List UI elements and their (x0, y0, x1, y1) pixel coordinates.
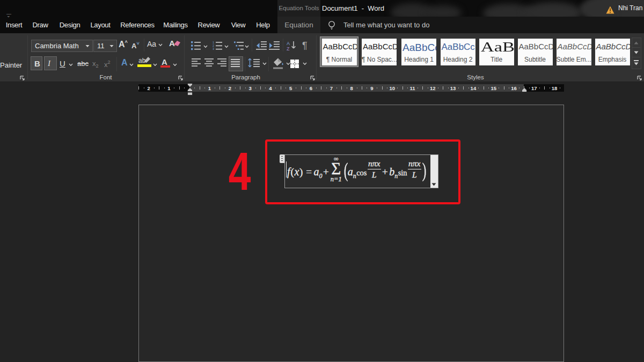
svg-text:2: 2 (213, 44, 214, 47)
svg-text:A: A (287, 41, 290, 46)
svg-text:3: 3 (213, 47, 214, 50)
svg-text:1: 1 (213, 41, 214, 44)
svg-text:Z: Z (287, 46, 290, 51)
